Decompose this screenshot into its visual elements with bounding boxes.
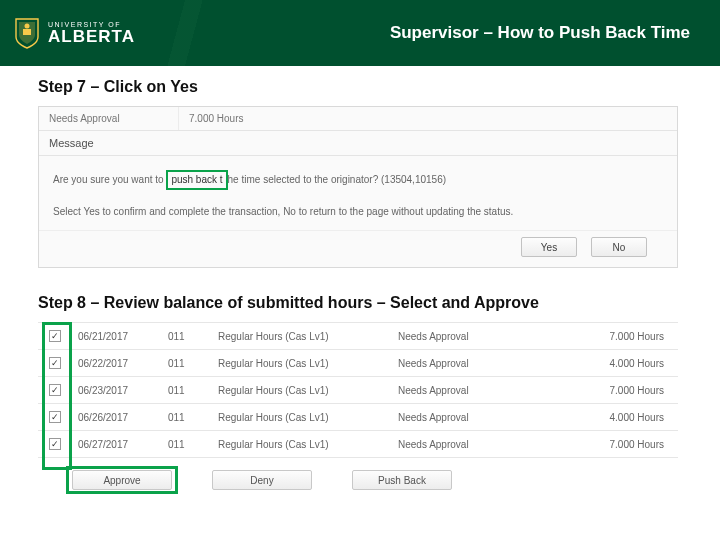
row-hours: 7.000 Hours	[532, 431, 678, 458]
row-date: 06/21/2017	[72, 323, 162, 350]
row-hours: 4.000 Hours	[532, 404, 678, 431]
logo-alberta: ALBERTA	[48, 28, 135, 45]
message-dialog: Needs Approval 7.000 Hours Message Are y…	[38, 106, 678, 268]
row-code: 011	[162, 377, 212, 404]
no-button[interactable]: No	[591, 237, 647, 257]
row-date: 06/22/2017	[72, 350, 162, 377]
row-date: 06/23/2017	[72, 377, 162, 404]
page-header: UNIVERSITY OF ALBERTA Supervisor – How t…	[0, 0, 720, 66]
row-code: 011	[162, 431, 212, 458]
row-status: Needs Approval	[392, 431, 532, 458]
row-checkbox[interactable]: ✓	[49, 357, 61, 369]
row-checkbox[interactable]: ✓	[49, 330, 61, 342]
row-desc: Regular Hours (Cas Lv1)	[212, 431, 392, 458]
row-date: 06/26/2017	[72, 404, 162, 431]
logo: UNIVERSITY OF ALBERTA	[14, 17, 135, 49]
row-code: 011	[162, 323, 212, 350]
shield-icon	[14, 17, 40, 49]
yes-button[interactable]: Yes	[521, 237, 577, 257]
row-desc: Regular Hours (Cas Lv1)	[212, 377, 392, 404]
row-date: 06/27/2017	[72, 431, 162, 458]
deny-button[interactable]: Deny	[212, 470, 312, 490]
msg-header-needs-approval: Needs Approval	[39, 107, 179, 130]
row-checkbox[interactable]: ✓	[49, 384, 61, 396]
pushback-button[interactable]: Push Back	[352, 470, 452, 490]
row-status: Needs Approval	[392, 404, 532, 431]
row-code: 011	[162, 350, 212, 377]
row-desc: Regular Hours (Cas Lv1)	[212, 404, 392, 431]
hours-table: ✓06/21/2017011Regular Hours (Cas Lv1)Nee…	[38, 322, 678, 458]
step7-heading: Step 7 – Click on Yes	[38, 78, 682, 96]
msg-title: Message	[39, 131, 677, 156]
approve-button[interactable]: Approve	[72, 470, 172, 490]
row-checkbox[interactable]: ✓	[49, 411, 61, 423]
row-hours: 4.000 Hours	[532, 350, 678, 377]
svg-rect-0	[23, 29, 31, 35]
table-row: ✓06/27/2017011Regular Hours (Cas Lv1)Nee…	[38, 431, 678, 458]
row-status: Needs Approval	[392, 323, 532, 350]
row-desc: Regular Hours (Cas Lv1)	[212, 350, 392, 377]
msg-header-hours: 7.000 Hours	[179, 107, 253, 130]
pushback-highlight: push back t	[166, 170, 227, 190]
msg-line-1: Are you sure you want to push back the t…	[53, 170, 663, 190]
row-hours: 7.000 Hours	[532, 323, 678, 350]
row-desc: Regular Hours (Cas Lv1)	[212, 323, 392, 350]
table-row: ✓06/21/2017011Regular Hours (Cas Lv1)Nee…	[38, 323, 678, 350]
step8-heading: Step 8 – Review balance of submitted hou…	[38, 294, 682, 312]
page-title: Supervisor – How to Push Back Time	[390, 23, 690, 43]
row-hours: 7.000 Hours	[532, 377, 678, 404]
hours-table-wrap: ✓06/21/2017011Regular Hours (Cas Lv1)Nee…	[38, 322, 678, 490]
msg-line-2: Select Yes to confirm and complete the t…	[53, 204, 663, 220]
row-checkbox[interactable]: ✓	[49, 438, 61, 450]
row-status: Needs Approval	[392, 377, 532, 404]
table-row: ✓06/26/2017011Regular Hours (Cas Lv1)Nee…	[38, 404, 678, 431]
svg-point-1	[25, 24, 30, 29]
table-row: ✓06/22/2017011Regular Hours (Cas Lv1)Nee…	[38, 350, 678, 377]
row-status: Needs Approval	[392, 350, 532, 377]
row-code: 011	[162, 404, 212, 431]
table-row: ✓06/23/2017011Regular Hours (Cas Lv1)Nee…	[38, 377, 678, 404]
